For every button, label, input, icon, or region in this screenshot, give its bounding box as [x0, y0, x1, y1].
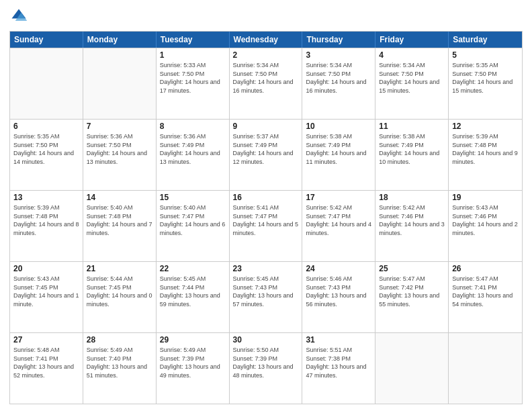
- cell-info: Sunrise: 5:40 AM: [160, 203, 226, 212]
- day-number: 12: [452, 122, 519, 131]
- cell-info: Sunset: 7:47 PM: [160, 212, 226, 221]
- cell-info: Sunset: 7:50 PM: [13, 141, 79, 150]
- cal-cell: [449, 333, 522, 404]
- day-number: 22: [160, 264, 226, 273]
- day-number: 17: [306, 193, 371, 202]
- cal-header-thursday: Thursday: [302, 32, 375, 48]
- day-number: 13: [13, 193, 79, 202]
- cell-info: Daylight: 14 hours and 5 minutes.: [233, 220, 299, 237]
- cal-cell: 6Sunrise: 5:35 AMSunset: 7:50 PMDaylight…: [10, 120, 83, 190]
- day-number: 26: [452, 264, 519, 273]
- day-number: 4: [379, 50, 445, 60]
- cell-info: Sunrise: 5:48 AM: [13, 346, 79, 355]
- cal-cell: 27Sunrise: 5:48 AMSunset: 7:41 PMDayligh…: [10, 333, 83, 404]
- cal-week-3: 13Sunrise: 5:39 AMSunset: 7:48 PMDayligh…: [10, 190, 522, 261]
- cal-cell: 11Sunrise: 5:38 AMSunset: 7:49 PMDayligh…: [375, 120, 449, 190]
- cell-info: Daylight: 14 hours and 15 minutes.: [379, 78, 445, 95]
- cell-info: Sunrise: 5:45 AM: [233, 275, 299, 283]
- cell-info: Sunrise: 5:42 AM: [306, 203, 371, 212]
- cell-info: Daylight: 14 hours and 4 minutes.: [306, 220, 371, 237]
- cal-header-sunday: Sunday: [10, 32, 83, 48]
- cell-info: Daylight: 14 hours and 0 minutes.: [87, 291, 152, 308]
- cal-cell: 29Sunrise: 5:49 AMSunset: 7:39 PMDayligh…: [157, 333, 230, 404]
- cell-info: Daylight: 13 hours and 57 minutes.: [233, 291, 299, 308]
- cell-info: Sunset: 7:45 PM: [87, 283, 152, 292]
- cell-info: Sunset: 7:43 PM: [233, 283, 299, 292]
- cell-info: Sunset: 7:50 PM: [87, 141, 152, 150]
- day-number: 30: [233, 335, 299, 345]
- cell-info: Daylight: 14 hours and 13 minutes.: [87, 149, 152, 166]
- day-number: 16: [233, 193, 299, 202]
- cell-info: Sunrise: 5:36 AM: [87, 132, 152, 141]
- cell-info: Sunrise: 5:47 AM: [452, 275, 519, 283]
- logo-icon: [9, 7, 28, 26]
- day-number: 15: [160, 193, 226, 202]
- cal-cell: 17Sunrise: 5:42 AMSunset: 7:47 PMDayligh…: [302, 191, 375, 261]
- cal-cell: 31Sunrise: 5:51 AMSunset: 7:38 PMDayligh…: [302, 333, 375, 404]
- cell-info: Sunrise: 5:43 AM: [452, 203, 519, 212]
- cell-info: Sunrise: 5:41 AM: [233, 203, 299, 212]
- cell-info: Daylight: 14 hours and 1 minute.: [13, 291, 79, 308]
- day-number: 7: [87, 122, 152, 131]
- cell-info: Sunrise: 5:38 AM: [306, 132, 371, 141]
- cal-cell: 15Sunrise: 5:40 AMSunset: 7:47 PMDayligh…: [157, 191, 230, 261]
- cell-info: Sunset: 7:50 PM: [452, 70, 519, 79]
- day-number: 21: [87, 264, 152, 273]
- cell-info: Daylight: 13 hours and 55 minutes.: [379, 291, 445, 308]
- cal-week-5: 27Sunrise: 5:48 AMSunset: 7:41 PMDayligh…: [10, 332, 522, 404]
- day-number: 27: [13, 335, 79, 345]
- cal-cell: 26Sunrise: 5:47 AMSunset: 7:41 PMDayligh…: [449, 262, 522, 332]
- day-number: 1: [160, 50, 226, 60]
- cal-cell: 3Sunrise: 5:34 AMSunset: 7:50 PMDaylight…: [302, 48, 375, 119]
- cell-info: Daylight: 14 hours and 12 minutes.: [233, 149, 299, 166]
- cell-info: Daylight: 14 hours and 9 minutes.: [452, 149, 519, 166]
- cal-cell: 14Sunrise: 5:40 AMSunset: 7:48 PMDayligh…: [83, 191, 157, 261]
- day-number: 2: [233, 50, 299, 60]
- cell-info: Sunset: 7:44 PM: [160, 283, 226, 292]
- cell-info: Sunset: 7:48 PM: [13, 212, 79, 221]
- cell-info: Daylight: 13 hours and 59 minutes.: [160, 291, 226, 308]
- day-number: 31: [306, 335, 371, 345]
- cell-info: Daylight: 14 hours and 6 minutes.: [160, 220, 226, 237]
- cell-info: Sunset: 7:50 PM: [306, 70, 371, 79]
- cell-info: Sunset: 7:49 PM: [160, 141, 226, 150]
- cell-info: Sunrise: 5:37 AM: [233, 132, 299, 141]
- cell-info: Sunset: 7:41 PM: [452, 283, 519, 292]
- cell-info: Sunset: 7:46 PM: [379, 212, 445, 221]
- cal-week-1: 1Sunrise: 5:33 AMSunset: 7:50 PMDaylight…: [10, 48, 522, 119]
- cal-cell: 10Sunrise: 5:38 AMSunset: 7:49 PMDayligh…: [302, 120, 375, 190]
- cal-cell: 1Sunrise: 5:33 AMSunset: 7:50 PMDaylight…: [157, 48, 230, 119]
- day-number: 8: [160, 122, 226, 131]
- cell-info: Sunset: 7:42 PM: [379, 283, 445, 292]
- cell-info: Sunrise: 5:44 AM: [87, 275, 152, 283]
- cal-cell: 9Sunrise: 5:37 AMSunset: 7:49 PMDaylight…: [230, 120, 303, 190]
- cell-info: Sunset: 7:45 PM: [13, 283, 79, 292]
- cal-cell: 5Sunrise: 5:35 AMSunset: 7:50 PMDaylight…: [449, 48, 522, 119]
- cal-cell: 8Sunrise: 5:36 AMSunset: 7:49 PMDaylight…: [157, 120, 230, 190]
- cell-info: Sunset: 7:38 PM: [306, 355, 371, 363]
- cal-cell: 13Sunrise: 5:39 AMSunset: 7:48 PMDayligh…: [10, 191, 83, 261]
- cell-info: Sunrise: 5:40 AM: [87, 203, 152, 212]
- cell-info: Sunset: 7:48 PM: [452, 141, 519, 150]
- cell-info: Sunset: 7:47 PM: [306, 212, 371, 221]
- cell-info: Sunrise: 5:35 AM: [452, 61, 519, 70]
- cal-cell: 12Sunrise: 5:39 AMSunset: 7:48 PMDayligh…: [449, 120, 522, 190]
- cell-info: Daylight: 14 hours and 3 minutes.: [379, 220, 445, 237]
- cal-cell: 21Sunrise: 5:44 AMSunset: 7:45 PMDayligh…: [83, 262, 157, 332]
- cell-info: Sunrise: 5:46 AM: [306, 275, 371, 283]
- page-container: SundayMondayTuesdayWednesdayThursdayFrid…: [0, 0, 532, 411]
- cal-header-friday: Friday: [375, 32, 449, 48]
- cell-info: Daylight: 14 hours and 7 minutes.: [87, 220, 152, 237]
- day-number: 28: [87, 335, 152, 345]
- cal-header-saturday: Saturday: [449, 32, 522, 48]
- cell-info: Sunset: 7:49 PM: [306, 141, 371, 150]
- day-number: 3: [306, 50, 371, 60]
- cal-cell: [375, 333, 449, 404]
- day-number: 19: [452, 193, 519, 202]
- cell-info: Sunrise: 5:50 AM: [233, 346, 299, 355]
- cell-info: Sunrise: 5:47 AM: [379, 275, 445, 283]
- cal-cell: 22Sunrise: 5:45 AMSunset: 7:44 PMDayligh…: [157, 262, 230, 332]
- cal-cell: 23Sunrise: 5:45 AMSunset: 7:43 PMDayligh…: [230, 262, 303, 332]
- cal-week-4: 20Sunrise: 5:43 AMSunset: 7:45 PMDayligh…: [10, 261, 522, 332]
- cal-cell: 2Sunrise: 5:34 AMSunset: 7:50 PMDaylight…: [230, 48, 303, 119]
